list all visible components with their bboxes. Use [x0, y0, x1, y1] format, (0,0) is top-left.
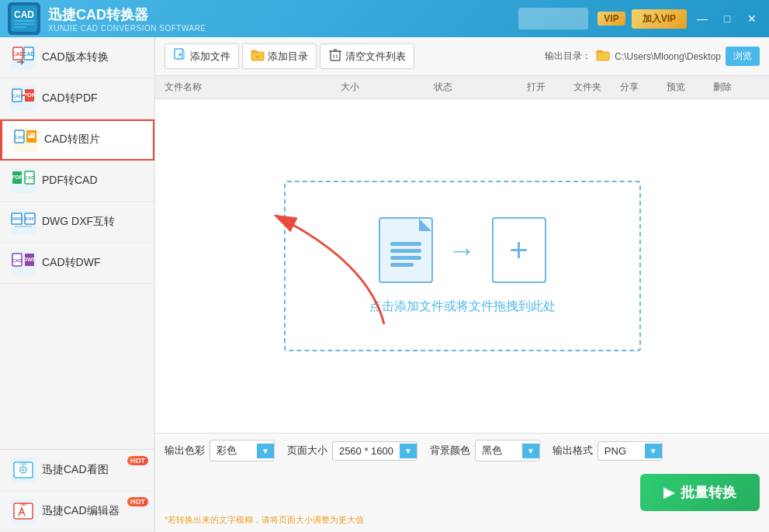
sidebar-item-cad-editor[interactable]: CAD 迅捷CAD编辑器 HOT — [0, 491, 154, 532]
toolbar: 添加文件 添加目录 — [155, 37, 769, 76]
plus-box-icon: + — [492, 217, 546, 283]
sidebar-item-cad-img-label: CAD转图片 — [44, 133, 100, 147]
color-select[interactable]: 彩色 ▼ — [210, 440, 275, 461]
clear-icon — [328, 48, 342, 64]
page-size-value: 2560 * 1600 — [333, 442, 400, 460]
bottom-controls: 输出色彩 彩色 ▼ 页面大小 2560 * 1600 ▼ 背景颜色 — [165, 440, 760, 511]
clear-list-label: 清空文件列表 — [345, 50, 406, 64]
drop-zone[interactable]: → + 点击添加文件或将文件拖拽到此处 — [155, 99, 769, 433]
sidebar-item-cad-dwf-label: CAD转DWF — [42, 256, 100, 270]
bg-color-value: 黑色 — [476, 440, 522, 461]
svg-text:CAD: CAD — [20, 503, 27, 506]
sidebar-item-cad-img[interactable]: CAD CAD转图片 — [0, 119, 154, 161]
join-vip-button[interactable]: 加入VIP — [632, 9, 687, 29]
color-control: 输出色彩 彩色 ▼ — [165, 440, 275, 461]
app-subtitle: XUNJIE CAD CONVERSION SOFTWARE — [48, 24, 206, 33]
drop-icons: → + — [379, 217, 546, 283]
cad-img-icon: CAD — [13, 127, 38, 152]
format-label: 输出格式 — [553, 444, 593, 458]
document-icon — [379, 217, 433, 283]
convert-button[interactable]: ▶ 批量转换 — [640, 474, 760, 511]
bg-color-dropdown-icon[interactable]: ▼ — [522, 444, 539, 458]
minimize-button[interactable]: — — [693, 9, 712, 28]
color-dropdown-icon[interactable]: ▼ — [257, 444, 274, 458]
color-label: 输出色彩 — [165, 444, 205, 458]
cad-dwf-icon: CAD DWF — [11, 250, 36, 275]
clear-list-button[interactable]: 清空文件列表 — [320, 43, 414, 69]
bottom-note: *若转换出来的文字模糊，请将页面大小调整为更大值 — [165, 514, 760, 526]
bg-color-select[interactable]: 黑色 ▼ — [475, 440, 540, 461]
page-size-control: 页面大小 2560 * 1600 ▼ — [287, 441, 417, 461]
convert-play-icon: ▶ — [663, 484, 674, 501]
sidebar-item-cad-editor-label: 迅捷CAD编辑器 — [42, 504, 120, 518]
sidebar-item-pdf-cad[interactable]: PDF CAD PDF转CAD — [0, 161, 154, 202]
page-size-dropdown-icon[interactable]: ▼ — [400, 444, 417, 458]
svg-text:PDF: PDF — [23, 92, 36, 98]
hot-badge-viewer: HOT — [127, 456, 148, 465]
svg-text:CAD: CAD — [14, 9, 34, 20]
browse-button[interactable]: 浏览 — [726, 47, 760, 66]
add-dir-icon — [251, 48, 265, 64]
col-share: 分享 — [620, 81, 667, 94]
app-title: 迅捷CAD转换器 — [48, 5, 206, 24]
svg-text:DWG: DWG — [11, 216, 23, 221]
user-avatar — [518, 8, 588, 29]
title-bar: CAD 迅捷CAD转换器 XUNJIE CAD CONVERSION SOFTW… — [0, 0, 769, 37]
format-control: 输出格式 PNG ▼ — [553, 441, 663, 461]
format-select[interactable]: PNG ▼ — [598, 441, 663, 461]
sidebar-item-cad-dwf[interactable]: CAD DWF CAD转DWF — [0, 243, 154, 284]
close-button[interactable]: ✕ — [743, 9, 761, 28]
col-status: 状态 — [434, 81, 527, 94]
col-size: 大小 — [341, 81, 434, 94]
svg-rect-42 — [175, 49, 182, 59]
drop-text[interactable]: 点击添加文件或将文件拖拽到此处 — [369, 299, 556, 315]
right-arrow-icon: → — [449, 234, 476, 267]
add-file-button[interactable]: 添加文件 — [165, 43, 239, 69]
col-preview: 预览 — [667, 81, 713, 94]
cad-pdf-icon: CAD PDF — [11, 86, 36, 111]
sidebar-item-cad-viewer[interactable]: CAD 迅捷CAD看图 HOT — [0, 450, 154, 491]
vip-badge: VIP — [598, 12, 625, 26]
cad-version-icon: CAD CAD — [11, 45, 36, 70]
dwg-dxf-icon: DWG DXF — [11, 209, 36, 234]
app-logo: CAD — [8, 2, 40, 35]
cad-editor-icon: CAD — [11, 499, 36, 523]
cad-viewer-icon: CAD — [11, 458, 36, 482]
bg-color-label: 背景颜色 — [430, 444, 470, 458]
restore-button[interactable]: □ — [718, 9, 736, 28]
drop-box[interactable]: → + 点击添加文件或将文件拖拽到此处 — [284, 181, 641, 351]
col-folder: 文件夹 — [573, 81, 620, 94]
output-dir-group: 输出目录： C:\Users\Mloong\Desktop 浏览 — [545, 47, 760, 66]
output-dir-path: C:\Users\Mloong\Desktop — [615, 51, 721, 62]
add-file-label: 添加文件 — [190, 50, 230, 64]
bottom-bar: 输出色彩 彩色 ▼ 页面大小 2560 * 1600 ▼ 背景颜色 — [155, 433, 769, 532]
svg-text:CAD: CAD — [12, 51, 23, 57]
add-dir-button[interactable]: 添加目录 — [242, 43, 317, 69]
sidebar-item-cad-version-label: CAD版本转换 — [42, 50, 109, 64]
svg-rect-48 — [331, 51, 340, 60]
sidebar-item-pdf-cad-label: PDF转CAD — [42, 174, 98, 188]
format-value: PNG — [598, 442, 645, 460]
main-layout: CAD CAD CAD版本转换 CAD PDF CAD转PDF — [0, 37, 769, 532]
col-open: 打开 — [527, 81, 573, 94]
format-dropdown-icon[interactable]: ▼ — [645, 444, 662, 458]
svg-text:CAD: CAD — [25, 175, 36, 180]
page-size-select[interactable]: 2560 * 1600 ▼ — [332, 441, 417, 461]
sidebar-item-cad-pdf-label: CAD转PDF — [42, 92, 98, 105]
svg-text:DWF: DWF — [23, 257, 36, 262]
content-area: 添加文件 添加目录 — [155, 37, 769, 532]
folder-icon — [596, 49, 610, 64]
svg-point-18 — [29, 133, 31, 136]
svg-text:DXF: DXF — [26, 216, 35, 221]
svg-text:CAD: CAD — [12, 94, 23, 98]
svg-text:PDF: PDF — [12, 174, 23, 180]
convert-label: 批量转换 — [681, 483, 736, 502]
svg-rect-53 — [597, 52, 609, 60]
title-info: 迅捷CAD转换器 XUNJIE CAD CONVERSION SOFTWARE — [48, 5, 206, 33]
col-name: 文件名称 — [165, 81, 341, 94]
sidebar-item-dwg-dxf[interactable]: DWG DXF DWG DXF互转 — [0, 202, 154, 243]
sidebar-item-cad-pdf[interactable]: CAD PDF CAD转PDF — [0, 78, 154, 119]
sidebar-item-cad-version[interactable]: CAD CAD CAD版本转换 — [0, 37, 154, 78]
page-size-label: 页面大小 — [287, 444, 327, 458]
color-value: 彩色 — [210, 440, 257, 461]
